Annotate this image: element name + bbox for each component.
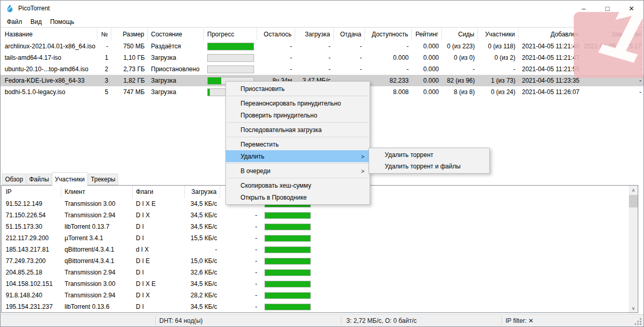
tab-1[interactable]: Файлы	[27, 174, 52, 185]
peer-cell-ul: -	[220, 301, 260, 312]
peer-cell-ip: 91.8.148.240	[2, 290, 61, 301]
peer-row[interactable]: 212.117.29.200µTorrent 3.4.1D I15,5 КБ/с…	[2, 232, 366, 244]
context-menu-item-2[interactable]: Переанонсировать принудительно	[226, 97, 370, 109]
torrent-column-header-dl[interactable]: Загрузка	[295, 28, 334, 41]
peers-column-header-flags[interactable]: Флаги	[133, 186, 185, 198]
submenu-item-1[interactable]: Удалить торрент и файлы	[369, 161, 489, 172]
peer-cell-dl: 15,5 КБ/с	[185, 232, 220, 244]
torrent-cell-size: 1,10 ГБ	[111, 52, 148, 63]
torrent-cell-dl: -	[295, 52, 334, 63]
peer-cell-flags: D I X	[133, 210, 185, 221]
menu-item-label: Последовательная загрузка	[241, 126, 322, 134]
torrent-column-header-name[interactable]: Название	[1, 28, 97, 41]
torrent-column-header-state[interactable]: Состояние	[148, 28, 204, 41]
torrent-column-header-peers[interactable]: Участники	[478, 28, 519, 41]
scrollbar-thumb[interactable]	[629, 195, 638, 207]
peer-row[interactable]: 195.154.231.237libTorrent 0.13.6D I34,5 …	[2, 301, 366, 312]
progress-fill	[265, 293, 310, 298]
peer-cell-progress	[260, 301, 314, 312]
peer-cell-ip: 51.15.173.30	[2, 221, 61, 232]
menu-item-label: Переместить	[241, 141, 279, 148]
peer-row[interactable]: 204.85.25.18Transmission 2.94D I32,6 КБ/…	[2, 267, 366, 278]
peer-row[interactable]: 104.158.102.151Transmission 3.00D I X E3…	[2, 278, 366, 290]
peer-row[interactable]: 51.15.173.30libTorrent 0.13.7D I34,5 КБ/…	[2, 221, 366, 232]
peer-cell-dl: 34,5 КБ/с	[185, 210, 220, 221]
watermark-digit: 1	[594, 12, 643, 76]
torrent-column-header-size[interactable]: Размер	[111, 28, 148, 41]
torrent-cell-num: 1	[97, 52, 111, 63]
peer-cell-client: qBittorrent/4.3.4.1	[61, 255, 133, 267]
tab-2[interactable]: Участники	[52, 172, 87, 186]
peer-cell-progress	[260, 244, 314, 255]
peer-cell-ip: 91.52.12.149	[2, 198, 61, 210]
torrent-cell-avail: 82.233	[365, 75, 412, 86]
peer-cell-ul: -	[220, 221, 260, 232]
torrent-cell-added: 2021-04-05 11:21:47	[519, 52, 583, 63]
menu-item-label: Переанонсировать принудительно	[241, 100, 341, 107]
torrent-cell-ul: -	[334, 63, 365, 75]
peer-row[interactable]: 91.8.148.240Transmission 2.94D I X28,2 К…	[2, 290, 366, 301]
context-menu-item-0[interactable]: Приостановить	[226, 83, 370, 95]
torrent-cell-name: tails-amd64-4.17-iso	[1, 52, 97, 63]
menubar-item-1[interactable]: Вид	[27, 16, 46, 28]
peers-column-header-dl[interactable]: Загрузка	[185, 186, 220, 198]
progress-fill	[208, 89, 210, 96]
torrent-cell-size: 1,82 ГБ	[111, 75, 148, 86]
peer-row[interactable]: 185.143.217.81qBittorrent/4.3.4.1d I X--	[2, 244, 366, 255]
torrent-column-header-seeds[interactable]: Сиды	[442, 28, 478, 41]
peer-cell-ip: 204.85.25.18	[2, 267, 61, 278]
scroll-up-icon[interactable]: ∧	[629, 186, 638, 194]
peer-cell-client: Transmission 2.94	[61, 290, 133, 301]
peer-progress-bar	[264, 258, 311, 265]
tab-3[interactable]: Трекеры	[88, 174, 118, 185]
peer-cell-flags: D I E	[133, 255, 185, 267]
peers-column-header-ip[interactable]: IP	[2, 186, 61, 198]
context-menu-item-12[interactable]: Скопировать хеш-сумму	[226, 179, 370, 191]
peer-row[interactable]: 77.249.73.200qBittorrent/4.3.4.1D I E15,…	[2, 255, 366, 267]
torrent-cell-seeds: 82 (из 96)	[442, 75, 478, 86]
maximize-icon: □	[605, 5, 610, 12]
torrent-cell-progress	[204, 52, 257, 63]
torrent-row[interactable]: ubuntu-20.10-...top-amd64.iso22,73 ГБПри…	[1, 63, 644, 75]
menubar-item-0[interactable]: Файл	[3, 16, 27, 28]
scroll-down-icon[interactable]: ∨	[629, 304, 638, 312]
torrent-column-header-ratio[interactable]: Рейтинг	[412, 28, 442, 41]
peer-cell-client: libTorrent 0.13.7	[61, 221, 133, 232]
peer-progress-bar	[264, 281, 311, 287]
context-menu-item-3[interactable]: Проверить принудительно	[226, 109, 370, 121]
context-menu-item-8[interactable]: Удалить>	[226, 150, 370, 162]
peer-row[interactable]: 71.150.226.54Transmission 2.94D I X34,5 …	[2, 210, 366, 221]
peer-cell-flags: D I	[133, 301, 185, 312]
torrent-column-header-added[interactable]: Добавлен	[519, 28, 583, 41]
torrent-cell-num: 3	[97, 75, 111, 86]
torrent-cell-size: 2,73 ГБ	[111, 63, 148, 75]
torrent-column-header-num[interactable]: №	[97, 28, 111, 41]
context-menu-item-13[interactable]: Открыть в Проводнике	[226, 191, 370, 203]
context-menu-item-5[interactable]: Последовательная загрузка	[226, 124, 370, 136]
context-menu-item-10[interactable]: В очереди>	[226, 165, 370, 177]
torrent-cell-ratio: 0.000	[412, 86, 442, 98]
menubar-item-2[interactable]: Помощь	[46, 16, 78, 28]
menu-item-label: Приостановить	[241, 85, 285, 93]
torrent-cell-eta: -	[257, 41, 295, 52]
title-bar: PicoTorrent – □ ✕	[1, 1, 643, 16]
torrent-row[interactable]: tails-amd64-4.17-iso11,10 ГБЗагрузка---0…	[1, 52, 644, 63]
peer-cell-ul: -	[220, 244, 260, 255]
context-menu-item-7[interactable]: Переместить	[226, 138, 370, 150]
torrent-column-header-eta[interactable]: Осталось	[257, 28, 295, 41]
torrent-cell-completed: -	[583, 86, 644, 98]
tab-0[interactable]: Обзор	[2, 174, 26, 185]
peer-cell-flags: D I X	[133, 290, 185, 301]
torrent-cell-seeds: 0 (из 0)	[442, 52, 478, 63]
torrent-column-header-ul[interactable]: Отдача	[334, 28, 365, 41]
peer-progress-bar	[264, 304, 311, 310]
resize-grip[interactable]	[640, 323, 641, 325]
vertical-scrollbar[interactable]: ∧ ∨	[629, 186, 638, 312]
peers-column-header-client[interactable]: Клиент	[61, 186, 133, 198]
progress-fill	[208, 43, 254, 50]
progress-fill	[265, 270, 310, 276]
submenu-item-0[interactable]: Удалить торрент	[369, 149, 489, 161]
torrent-column-header-avail[interactable]: Доступность	[365, 28, 412, 41]
torrent-row[interactable]: archlinux-2021.04.01-x86_64.iso-750 МБРа…	[1, 41, 644, 52]
torrent-column-header-progress[interactable]: Прогресс	[204, 28, 257, 41]
